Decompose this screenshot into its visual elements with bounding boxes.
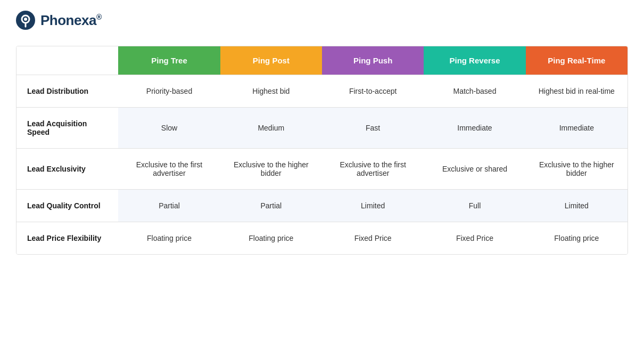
header-ping-push: Ping Push — [322, 46, 424, 75]
cell-lead-quality-control-col1: Partial — [118, 190, 220, 222]
cell-lead-distribution-col3: First-to-accept — [322, 75, 424, 108]
cell-lead-quality-control-col5: Limited — [526, 190, 628, 222]
row-label-lead-exclusivity: Lead Exclusivity — [16, 149, 118, 190]
header-ping-tree: Ping Tree — [118, 46, 220, 75]
cell-lead-exclusivity-col3: Exclusive to the first advertiser — [322, 149, 424, 190]
cell-lead-acquisition-speed-col4: Immediate — [424, 108, 525, 149]
header-ping-reverse: Ping Reverse — [424, 46, 525, 75]
cell-lead-price-flexibility-col3: Fixed Price — [322, 222, 424, 255]
cell-lead-quality-control-col2: Partial — [220, 190, 322, 222]
comparison-table: Ping TreePing PostPing PushPing ReverseP… — [16, 46, 628, 254]
cell-lead-price-flexibility-col1: Floating price — [118, 222, 220, 255]
row-lead-exclusivity: Lead ExclusivityExclusive to the first a… — [16, 149, 628, 190]
cell-lead-distribution-col1: Priority-based — [118, 75, 220, 108]
row-label-lead-quality-control: Lead Quality Control — [16, 190, 118, 222]
cell-lead-acquisition-speed-col5: Immediate — [526, 108, 628, 149]
cell-lead-distribution-col2: Highest bid — [220, 75, 322, 108]
cell-lead-quality-control-col4: Full — [424, 190, 525, 222]
logo-area: Phonexa® — [16, 11, 628, 30]
cell-lead-exclusivity-col4: Exclusive or shared — [424, 149, 525, 190]
cell-lead-exclusivity-col2: Exclusive to the higher bidder — [220, 149, 322, 190]
row-lead-acquisition-speed: Lead Acquisition SpeedSlowMediumFastImme… — [16, 108, 628, 149]
row-label-lead-acquisition-speed: Lead Acquisition Speed — [16, 108, 118, 149]
row-lead-price-flexibility: Lead Price FlexibilityFloating priceFloa… — [16, 222, 628, 255]
row-lead-quality-control: Lead Quality ControlPartialPartialLimite… — [16, 190, 628, 222]
cell-lead-acquisition-speed-col2: Medium — [220, 108, 322, 149]
row-lead-distribution: Lead DistributionPriority-basedHighest b… — [16, 75, 628, 108]
logo-text: Phonexa® — [40, 12, 102, 29]
row-label-lead-distribution: Lead Distribution — [16, 75, 118, 108]
header-empty — [16, 46, 118, 75]
cell-lead-price-flexibility-col5: Floating price — [526, 222, 628, 255]
header-ping-realtime: Ping Real-Time — [526, 46, 628, 75]
header-ping-post: Ping Post — [220, 46, 322, 75]
cell-lead-acquisition-speed-col3: Fast — [322, 108, 424, 149]
cell-lead-price-flexibility-col4: Fixed Price — [424, 222, 525, 255]
cell-lead-price-flexibility-col2: Floating price — [220, 222, 322, 255]
cell-lead-acquisition-speed-col1: Slow — [118, 108, 220, 149]
cell-lead-quality-control-col3: Limited — [322, 190, 424, 222]
svg-point-3 — [24, 18, 27, 21]
phonexa-logo-icon — [16, 11, 35, 30]
cell-lead-distribution-col4: Match-based — [424, 75, 525, 108]
cell-lead-distribution-col5: Highest bid in real-time — [526, 75, 628, 108]
cell-lead-exclusivity-col1: Exclusive to the first advertiser — [118, 149, 220, 190]
cell-lead-exclusivity-col5: Exclusive to the higher bidder — [526, 149, 628, 190]
row-label-lead-price-flexibility: Lead Price Flexibility — [16, 222, 118, 255]
comparison-table-wrapper: Ping TreePing PostPing PushPing ReverseP… — [16, 46, 628, 255]
